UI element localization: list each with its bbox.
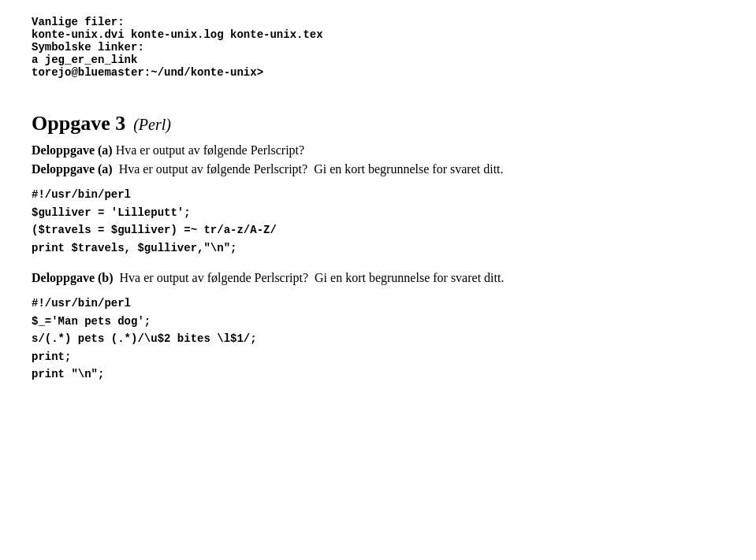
link-2: torejo@bluemaster:~/und/konte-unix> — [32, 66, 724, 79]
sub-a-question-full: Deloppgave (a) Hva er output av følgende… — [32, 161, 724, 178]
sub-a-heading: Deloppgave (a) Hva er output av følgende… — [32, 143, 724, 158]
task3-lang: (Perl) — [133, 116, 171, 134]
files-list: konte-unix.dvi konte-unix.log konte-unix… — [32, 28, 724, 41]
sub-a-label-inline: Deloppgave (a) — [32, 162, 113, 176]
task3-heading-row: Oppgave 3 (Perl) — [32, 96, 724, 139]
code-block-b: #!/usr/bin/perl $_='Man pets dog'; s/(.*… — [32, 295, 724, 383]
sub-a-label: Deloppgave (a) — [32, 143, 113, 157]
files-section: Vanlige filer: konte-unix.dvi konte-unix… — [32, 16, 724, 79]
sub-a-question: Hva er output av følgende Perlscript? — [116, 143, 304, 157]
link-1: a jeg_er_en_link — [32, 54, 724, 66]
code-block-a: #!/usr/bin/perl $gulliver = 'Lilleputt';… — [32, 186, 724, 257]
files-heading: Vanlige filer: — [32, 16, 724, 28]
task3-heading: Oppgave 3 — [32, 112, 125, 135]
sub-b-question-full: Deloppgave (b) Hva er output av følgende… — [32, 269, 724, 287]
links-heading: Symbolske linker: — [32, 41, 724, 54]
sub-b-label-inline: Deloppgave (b) — [32, 271, 114, 284]
page-content: Vanlige filer: konte-unix.dvi konte-unix… — [32, 16, 724, 383]
